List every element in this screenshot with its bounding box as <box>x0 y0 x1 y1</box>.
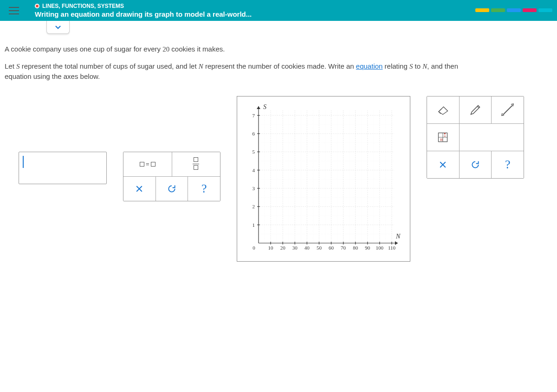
svg-line-77 <box>503 105 512 115</box>
progress-bar <box>475 8 552 12</box>
expand-toggle[interactable] <box>46 21 70 34</box>
text-cursor <box>23 156 24 168</box>
tool-line-button[interactable] <box>492 96 524 123</box>
svg-text:7: 7 <box>253 112 255 118</box>
app-header: LINES, FUNCTIONS, SYSTEMS Writing an equ… <box>0 0 557 21</box>
svg-text:5: 5 <box>253 149 255 154</box>
breadcrumb: LINES, FUNCTIONS, SYSTEMS <box>35 3 552 9</box>
graph-help-button[interactable]: ? <box>492 151 524 178</box>
record-icon <box>35 4 39 8</box>
equation-link[interactable]: equation <box>356 62 383 70</box>
svg-text:20: 20 <box>280 245 286 251</box>
svg-text:3: 3 <box>253 186 255 191</box>
coordinate-graph[interactable]: 10203040506070809010011012345670NS <box>240 99 407 257</box>
redo-icon <box>471 160 480 169</box>
svg-text:50: 50 <box>317 245 322 251</box>
graph-redo-button[interactable] <box>460 151 492 178</box>
chevron-down-icon <box>54 23 62 32</box>
grid-zoom-icon <box>437 131 449 143</box>
svg-text:6: 6 <box>253 131 255 136</box>
redo-icon <box>167 184 176 193</box>
problem-line-1: A cookie company uses one cup of sugar f… <box>5 44 552 55</box>
svg-text:80: 80 <box>353 245 358 251</box>
svg-text:100: 100 <box>376 245 384 251</box>
header-text: LINES, FUNCTIONS, SYSTEMS Writing an equ… <box>35 3 552 18</box>
close-icon <box>135 185 143 193</box>
svg-text:110: 110 <box>388 245 396 251</box>
svg-text:60: 60 <box>329 245 334 251</box>
work-area: = ? 10203040506070809010011012345670NS <box>5 96 552 262</box>
keypad-clear-button[interactable] <box>123 177 156 201</box>
equation-input[interactable] <box>19 152 107 184</box>
svg-text:4: 4 <box>253 167 255 173</box>
graph-toolbox: ? <box>427 96 524 179</box>
tool-eraser-button[interactable] <box>427 96 460 123</box>
breadcrumb-label: LINES, FUNCTIONS, SYSTEMS <box>42 3 124 9</box>
svg-text:30: 30 <box>292 245 298 251</box>
svg-text:2: 2 <box>253 204 255 209</box>
svg-text:N: N <box>395 233 401 240</box>
svg-text:1: 1 <box>253 222 255 227</box>
graph-panel: 10203040506070809010011012345670NS <box>237 96 410 262</box>
line-icon <box>501 103 515 117</box>
svg-text:0: 0 <box>253 245 255 251</box>
tool-pencil-button[interactable] <box>460 96 492 123</box>
content-area: A cookie company uses one cup of sugar f… <box>0 21 557 266</box>
keypad-redo-button[interactable] <box>156 177 188 201</box>
graph-clear-button[interactable] <box>427 151 460 178</box>
svg-text:S: S <box>263 103 266 110</box>
keypad-equals-button[interactable]: = <box>123 152 172 176</box>
svg-text:40: 40 <box>304 245 310 251</box>
svg-text:10: 10 <box>268 245 274 251</box>
page-title: Writing an equation and drawing its grap… <box>35 10 552 18</box>
svg-text:90: 90 <box>365 245 370 251</box>
pencil-icon <box>469 104 481 116</box>
close-icon <box>439 161 447 169</box>
equation-keypad: = ? <box>123 152 220 201</box>
eraser-icon <box>436 104 450 116</box>
tool-grid-button[interactable] <box>427 124 460 151</box>
menu-button[interactable] <box>5 1 23 20</box>
problem-line-2: Let S represent the total number of cups… <box>5 61 552 82</box>
keypad-fraction-button[interactable] <box>172 152 220 176</box>
keypad-help-button[interactable]: ? <box>188 177 220 201</box>
svg-text:70: 70 <box>341 245 346 251</box>
